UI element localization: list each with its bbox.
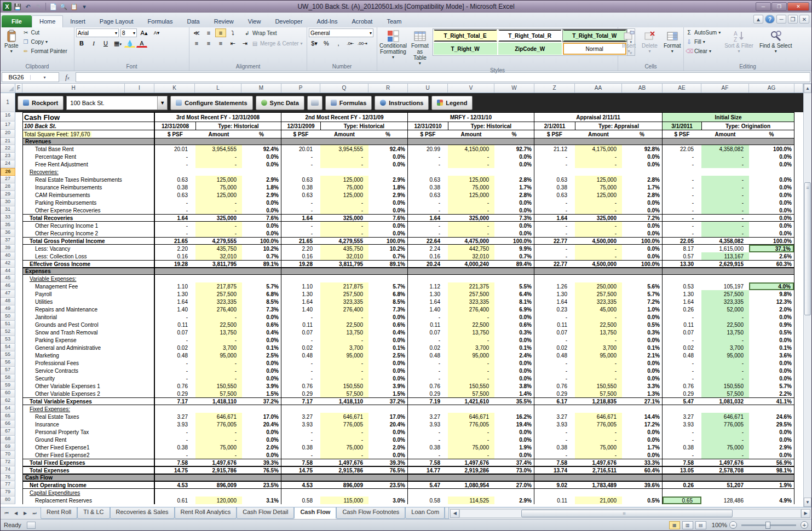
cell-psf[interactable]: - <box>408 436 448 443</box>
cell-amount[interactable]: - <box>195 160 242 168</box>
cell-pct[interactable]: 2.8% <box>494 176 534 183</box>
cell-psf[interactable]: 0.63 <box>534 176 575 183</box>
cell-amount[interactable]: 646,671 <box>575 413 622 420</box>
cell-psf[interactable]: - <box>534 428 575 436</box>
row-header-26[interactable]: 26 <box>1 168 15 176</box>
cell-amount[interactable]: 3,811,795 <box>195 261 242 267</box>
cell-amount[interactable]: 57,500 <box>320 390 368 397</box>
cell-pct[interactable]: 1.7% <box>494 183 534 191</box>
cell-amount[interactable]: 325,000 <box>448 215 494 221</box>
cell-psf[interactable]: - <box>663 222 701 229</box>
cell-psf[interactable] <box>663 168 701 176</box>
cell-amount[interactable]: - <box>320 199 368 206</box>
cell-psf[interactable]: - <box>281 367 320 374</box>
cell-amount[interactable]: 776,005 <box>320 420 368 428</box>
cell-amount[interactable]: 57,500 <box>701 390 749 397</box>
cell-pct[interactable]: 39.3% <box>242 459 281 466</box>
cell-psf[interactable]: - <box>663 451 701 459</box>
percent-button[interactable]: % <box>321 39 332 48</box>
column-header-P[interactable]: P <box>281 84 320 93</box>
row-header-57[interactable]: 57 <box>1 367 15 374</box>
row-label[interactable]: Payroll <box>22 290 154 298</box>
row-label[interactable]: Less: Collection Loss <box>22 252 154 260</box>
cell-psf[interactable]: - <box>663 199 701 206</box>
cell-pct[interactable]: 2.9% <box>242 176 281 183</box>
row-header-22[interactable]: 22 <box>1 145 15 153</box>
cell-psf[interactable]: - <box>281 229 320 237</box>
cell-pct[interactable]: 100.0% <box>622 261 662 267</box>
cell-psf[interactable]: 0.58 <box>281 497 320 504</box>
row-label[interactable]: Other Recurring Income 1 <box>22 222 154 229</box>
cell-amount[interactable]: - <box>701 367 749 374</box>
cell-psf[interactable]: - <box>534 206 575 214</box>
ribbon-tab-home[interactable]: Home <box>32 15 63 27</box>
cell-pct[interactable]: 2.9% <box>368 176 407 183</box>
cell-pct[interactable]: 2.8% <box>494 191 534 199</box>
cell-psf[interactable]: 2.20 <box>155 245 195 252</box>
cell-amount[interactable]: 125,000 <box>320 176 368 183</box>
cell-amount[interactable]: - <box>448 367 494 374</box>
cell-psf[interactable]: - <box>155 222 195 229</box>
cell-pct[interactable]: 0.0% <box>749 183 794 191</box>
cell-pct[interactable]: 0.0% <box>494 206 534 214</box>
cell-pct[interactable]: 0.5% <box>622 321 662 328</box>
cell-amount[interactable]: - <box>320 367 368 374</box>
cell-psf[interactable]: - <box>663 191 701 199</box>
row-label[interactable]: Other Recurring Income 2 <box>22 229 154 237</box>
cell-amount[interactable]: - <box>575 206 622 214</box>
cell-psf[interactable] <box>281 168 320 176</box>
cell-pct[interactable]: 41.1% <box>749 398 794 405</box>
cell-pct[interactable]: 2.5% <box>368 351 407 359</box>
cell-psf[interactable]: 0.61 <box>155 497 195 504</box>
cell-psf[interactable]: 0.38 <box>663 443 701 451</box>
row-header-47[interactable]: 47 <box>1 290 15 298</box>
cell-psf[interactable]: - <box>534 160 575 168</box>
page-layout-view-icon[interactable]: ▥ <box>682 521 693 529</box>
row-label[interactable]: Percentage Rent <box>22 153 154 160</box>
cell-pct[interactable]: 17.2% <box>622 420 662 428</box>
copy-button[interactable]: ❐Copy ▾ <box>22 38 67 46</box>
number-format-combo[interactable]: General▾ <box>309 28 373 37</box>
cell-psf[interactable]: 1.64 <box>663 298 701 305</box>
cell-amount[interactable]: - <box>701 160 749 168</box>
row-label[interactable]: Ground Rent <box>22 436 154 443</box>
cell-pct[interactable]: 0.0% <box>749 436 794 443</box>
cell-psf[interactable]: 0.02 <box>663 344 701 351</box>
cell-psf[interactable]: 0.38 <box>281 443 320 451</box>
cell-pct[interactable]: 0.0% <box>242 313 281 321</box>
column-header-AE[interactable]: AE <box>663 84 701 93</box>
cell-psf[interactable]: - <box>534 367 575 374</box>
cell-pct[interactable] <box>749 268 794 274</box>
comma-button[interactable]: , <box>333 39 344 48</box>
row-label[interactable]: Janitorial <box>22 313 154 321</box>
cell-pct[interactable]: 12.3% <box>749 298 794 305</box>
cell-amount[interactable] <box>320 268 368 274</box>
cell-psf[interactable]: 7.17 <box>155 398 195 405</box>
cell-psf[interactable] <box>281 489 320 497</box>
cell-psf[interactable]: - <box>663 229 701 237</box>
cell-psf[interactable]: - <box>534 313 575 321</box>
cell-pct[interactable]: 2.9% <box>749 443 794 451</box>
grow-font-button[interactable]: A▴ <box>139 28 149 37</box>
row-header-51[interactable]: 51 <box>1 321 15 328</box>
cell-psf[interactable]: 0.02 <box>155 344 195 351</box>
cell-amount[interactable]: 217,875 <box>320 282 368 290</box>
cell-psf[interactable]: 0.63 <box>408 191 448 199</box>
cell-amount[interactable]: - <box>575 374 622 382</box>
cell-pct[interactable]: 1.4% <box>494 390 534 397</box>
cell-amount[interactable]: 4,150,000 <box>448 145 494 153</box>
cell-pct[interactable]: 0.1% <box>622 344 662 351</box>
cell-psf[interactable]: - <box>408 359 448 367</box>
cell-pct[interactable] <box>749 168 794 176</box>
cell-amount[interactable]: - <box>448 359 494 367</box>
cell-amount[interactable]: 435,750 <box>195 245 242 252</box>
cell-psf[interactable]: 2.20 <box>281 245 320 252</box>
cell-amount[interactable]: 325,000 <box>195 215 242 221</box>
cell-psf[interactable] <box>534 475 575 481</box>
minimize-ribbon-icon[interactable]: ▲ <box>753 15 763 24</box>
cell-amount[interactable]: 75,000 <box>195 443 242 451</box>
cell-amount[interactable]: - <box>195 206 242 214</box>
cell-psf[interactable]: 0.11 <box>534 321 575 328</box>
row-header-31[interactable]: 31 <box>1 206 15 214</box>
cell-psf[interactable]: 7.19 <box>408 398 448 405</box>
